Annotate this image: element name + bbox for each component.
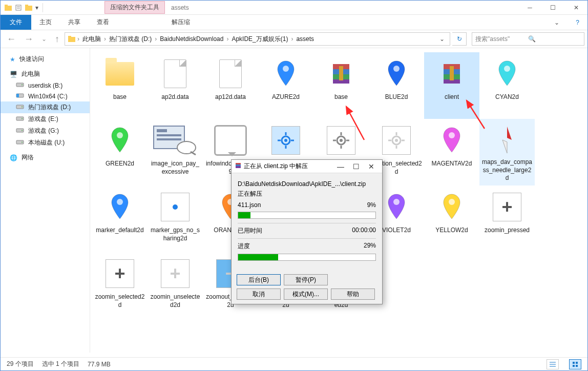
crumb-folder1[interactable]: BaiduNetdiskDownload	[158, 35, 225, 43]
file-label: zoomin_selected2d	[94, 293, 145, 309]
refresh-button[interactable]: ↻	[452, 32, 467, 46]
file-item[interactable]: marker_default2d	[92, 186, 148, 252]
cancel-button[interactable]: 取消	[237, 288, 281, 300]
maximize-button[interactable]: ☐	[541, 1, 564, 15]
plus-icon: +	[159, 255, 192, 292]
background-button[interactable]: 后台(B)	[237, 274, 281, 285]
ribbon-home-tab[interactable]: 主页	[31, 15, 60, 30]
extract-dialog: 正在从 client.zip 中解压 — ☐ ✕ D:\BaiduNetdisk…	[231, 159, 383, 304]
pc-icon: 🖥️	[10, 71, 17, 78]
rar-icon	[325, 55, 358, 92]
svg-rect-36	[157, 129, 167, 132]
details-view-button[interactable]	[547, 359, 559, 369]
ribbon-view-tab[interactable]: 查看	[89, 15, 117, 30]
svg-rect-6	[25, 5, 28, 6]
file-item[interactable]: BLUE2d	[369, 52, 424, 119]
sidebar-network[interactable]: 🌐 网络	[1, 152, 90, 163]
file-item[interactable]: AZURE2d	[258, 52, 313, 119]
dialog-current-file: 411.json	[238, 201, 261, 209]
address-bar[interactable]: › 此电脑› 热门游戏盘 (D:)› BaiduNetdiskDownload›…	[65, 32, 450, 46]
dialog-title: 正在从 client.zip 中解压	[242, 162, 333, 171]
drive-icon	[16, 104, 24, 111]
crumb-folder3[interactable]: assets	[294, 35, 316, 43]
svg-rect-38	[157, 138, 181, 140]
file-item[interactable]: MAGENTAV2d	[424, 119, 479, 186]
quick-access-toolbar: ▾	[1, 3, 48, 12]
pause-button[interactable]: 暂停(P)	[284, 274, 328, 285]
svg-rect-32	[450, 66, 454, 80]
file-label: zoomin_unselected2d	[150, 293, 201, 309]
file-item[interactable]: ap2d.data	[148, 52, 203, 119]
ribbon-extract-tab[interactable]: 解压缩	[163, 15, 198, 30]
file-item[interactable]: maps_dav_compass_needle_large2d	[479, 119, 535, 186]
folder-icon	[103, 55, 136, 92]
crumb-this-pc[interactable]: 此电脑	[80, 35, 103, 44]
up-button[interactable]: ↑	[52, 34, 62, 45]
address-dropdown[interactable]: ⌄	[436, 35, 448, 43]
svg-point-27	[393, 66, 400, 72]
sidebar-this-pc[interactable]: 🖥️ 此电脑	[1, 68, 90, 80]
dialog-close[interactable]: ✕	[364, 162, 379, 171]
recent-dropdown[interactable]: ⌄	[38, 35, 50, 43]
drive-icon	[16, 139, 24, 147]
drive-label: 本地磁盘 (U:)	[28, 138, 65, 147]
svg-point-33	[504, 66, 510, 72]
dialog-titlebar[interactable]: 正在从 client.zip 中解压 — ☐ ✕	[232, 160, 382, 173]
minimize-button[interactable]: ─	[518, 1, 541, 15]
sidebar-drive[interactable]: 游戏盘 (G:)	[1, 125, 90, 137]
file-item[interactable]: client	[424, 52, 479, 119]
help-button[interactable]: 帮助	[331, 288, 375, 300]
properties-icon[interactable]	[14, 3, 23, 12]
ribbon-expand-button[interactable]: ⌄	[546, 15, 568, 30]
search-box[interactable]: 搜索"assets" 🔍	[472, 32, 584, 46]
back-button[interactable]: ←	[4, 34, 19, 45]
file-label: base	[316, 93, 367, 101]
dialog-minimize[interactable]: —	[333, 162, 348, 171]
star-icon: ★	[10, 56, 15, 63]
file-item[interactable]: ap12d.data	[203, 52, 258, 119]
forward-button[interactable]: →	[21, 34, 36, 45]
file-label: maps_dav_compass_needle_large2d	[481, 158, 533, 182]
sidebar-drive[interactable]: 游戏盘 (E:)	[1, 113, 90, 125]
sidebar-drive[interactable]: 热门游戏盘 (D:)	[1, 101, 90, 113]
file-item[interactable]: +zoomin_selected2d	[92, 252, 148, 319]
file-item[interactable]: base	[313, 52, 369, 119]
qat-dropdown[interactable]: ▾	[34, 4, 39, 11]
ribbon-share-tab[interactable]: 共享	[60, 15, 89, 30]
mode-button[interactable]: 模式(M)...	[284, 288, 328, 300]
svg-point-47	[340, 139, 343, 142]
sidebar-drive[interactable]: Win10x64 (C:)	[1, 91, 90, 101]
sidebar-quick-access[interactable]: ★ 快速访问	[1, 53, 90, 65]
compass-icon	[491, 122, 523, 157]
svg-point-53	[395, 139, 398, 142]
svg-rect-76	[573, 365, 575, 367]
svg-point-65	[449, 199, 455, 205]
file-item[interactable]: +zoomin_pressed	[479, 186, 535, 252]
drive-icon	[16, 115, 24, 123]
file-item[interactable]: CYAN2d	[479, 52, 535, 119]
drive-label: userdisk (B:)	[28, 82, 62, 89]
ribbon-file-tab[interactable]: 文件	[1, 15, 31, 30]
sidebar-drive[interactable]: userdisk (B:)	[1, 80, 90, 91]
qat-folder-icon[interactable]	[24, 3, 33, 12]
file-label: zoomin_pressed	[481, 226, 533, 235]
file-label: base	[94, 93, 145, 101]
svg-rect-1	[5, 5, 8, 6]
folder-icon	[67, 34, 76, 44]
file-item[interactable]: +zoomin_unselected2d	[148, 252, 203, 319]
file-label: marker_default2d	[94, 226, 145, 235]
file-item[interactable]: YELLOW2d	[424, 186, 479, 252]
dialog-maximize[interactable]: ☐	[348, 162, 364, 171]
close-button[interactable]: ✕	[564, 1, 587, 15]
ribbon-help-button[interactable]: ?	[568, 15, 587, 30]
pin-icon	[103, 122, 136, 159]
sidebar-drive[interactable]: 本地磁盘 (U:)	[1, 137, 90, 149]
selected-count: 选中 1 个项目	[42, 360, 79, 368]
file-item[interactable]: image_icon_pay_excessive	[148, 119, 203, 186]
file-item[interactable]: GREEN2d	[92, 119, 148, 186]
crumb-drive[interactable]: 热门游戏盘 (D:)	[107, 35, 154, 44]
file-item[interactable]: base	[92, 52, 148, 119]
icons-view-button[interactable]	[569, 359, 581, 369]
file-item[interactable]: marker_gps_no_sharing2d	[148, 186, 203, 252]
crumb-folder2[interactable]: ApkIDE_万威娱乐(1)	[229, 35, 290, 44]
